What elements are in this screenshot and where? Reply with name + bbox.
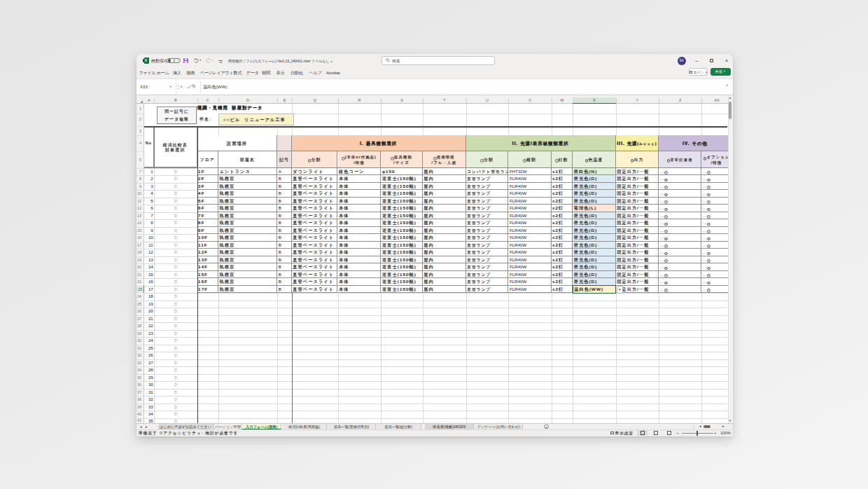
svg-text:X: X <box>144 58 147 62</box>
